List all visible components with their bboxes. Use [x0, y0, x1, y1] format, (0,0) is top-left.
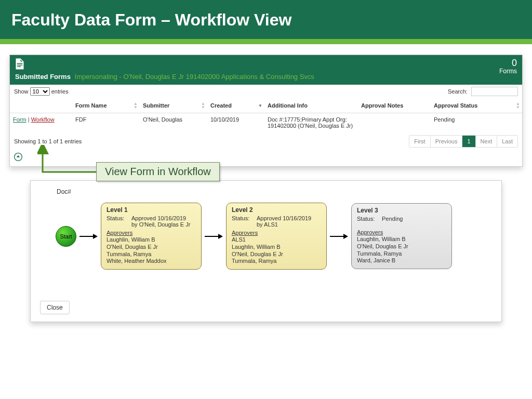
forms-count: 0 [499, 58, 517, 68]
pager-prev[interactable]: Previous [430, 136, 462, 147]
col-form-name[interactable]: Form Name▲▼ [72, 98, 140, 113]
pager-next[interactable]: Next [475, 136, 497, 147]
approvers-heading: Approvers [107, 230, 196, 236]
arrow-icon [79, 234, 98, 239]
level-1-status: Approved 10/16/2019 [131, 215, 186, 221]
pager-last[interactable]: Last [497, 136, 517, 147]
col-submitter[interactable]: Submitter▲▼ [140, 98, 207, 113]
panel-header: Submitted Forms Impersonating - O'Neil, … [10, 55, 522, 85]
forms-count-label: Forms [499, 68, 517, 75]
approver: O'Neil, Douglas E Jr [107, 244, 196, 251]
cell-form-name: FDF [72, 113, 140, 132]
table-controls: Show 10 entries Search: [10, 85, 522, 98]
search-input[interactable] [471, 87, 518, 96]
impersonating-text: Impersonating - O'Neil, Douglas E Jr 191… [75, 73, 314, 81]
col-created[interactable]: Created▼ [207, 98, 264, 113]
workflow-flow: Start Level 1 Status:Approved 10/16/2019… [56, 203, 492, 270]
approver: Tummala, Ramya [107, 251, 196, 258]
level-2-status: Approved 10/16/2019 [257, 215, 311, 221]
level-3-status: Pending [382, 216, 403, 222]
separator: | [26, 116, 31, 123]
workflow-link[interactable]: Workflow [31, 116, 55, 123]
approver: Laughlin, William B [232, 244, 321, 251]
accent-strip [0, 39, 532, 44]
show-prefix: Show [14, 88, 29, 95]
level-3-title: Level 3 [357, 207, 446, 214]
level-3-box: Level 3 Status:Pending Approvers Laughli… [351, 203, 452, 269]
callout-label: View Form in Workflow [96, 162, 220, 181]
page-title-banner: Faculty Data Form – Workflow View [0, 0, 532, 39]
page-title: Faculty Data Form – Workflow View [11, 10, 521, 30]
cell-submitter: O'Neil, Douglas [140, 113, 207, 132]
arrow-icon [205, 234, 223, 239]
start-node: Start [56, 226, 76, 247]
search-label: Search: [448, 88, 468, 95]
level-1-box: Level 1 Status:Approved 10/16/2019 by O'… [101, 203, 202, 270]
entries-select[interactable]: 10 [30, 87, 50, 96]
level-2-box: Level 2 Status:Approved 10/16/2019 by AL… [226, 203, 327, 270]
col-actions[interactable] [10, 98, 72, 113]
approver: White, Heather Maddox [107, 258, 196, 265]
form-link[interactable]: Form [13, 116, 26, 123]
arrow-icon [330, 234, 348, 239]
workflow-panel: Doc# Start Level 1 Status:Approved 10/16… [30, 180, 502, 322]
approver: ALS1 [232, 236, 321, 244]
approver: O'Neil, Douglas E Jr [232, 251, 321, 258]
showing-text: Showing 1 to 1 of 1 entries [14, 138, 82, 144]
level-1-title: Level 1 [107, 206, 196, 214]
pager-first[interactable]: First [409, 136, 430, 147]
approvers-heading: Approvers [232, 230, 321, 236]
pager: First Previous 1 Next Last [409, 135, 518, 148]
approvers-heading: Approvers [357, 229, 446, 235]
col-approval-status[interactable]: Approval Status▲▼ [431, 98, 522, 113]
approver: Laughlin, William B [107, 236, 196, 244]
doc-number-label: Doc# [57, 188, 492, 195]
cell-approval-notes [358, 113, 431, 132]
pager-page-1[interactable]: 1 [462, 136, 475, 147]
cell-approval-status: Pending [431, 113, 522, 132]
col-approval-notes[interactable]: Approval Notes [358, 98, 431, 113]
table-row: Form | Workflow FDF O'Neil, Douglas 10/1… [10, 113, 522, 132]
approver: Tummala, Ramya [357, 250, 446, 258]
forms-table: Form Name▲▼ Submitter▲▼ Created▼ Additio… [10, 98, 522, 132]
cell-addl-info: Doc #:17775;Primary Appt Org: 191402000 … [264, 113, 358, 132]
approver: Laughlin, William B [357, 236, 446, 243]
level-2-title: Level 2 [232, 206, 321, 214]
level-2-by: by ALS1 [257, 221, 321, 228]
submitted-forms-panel: Submitted Forms Impersonating - O'Neil, … [9, 55, 523, 167]
level-1-by: by O'Neil, Douglas E Jr [131, 221, 196, 228]
approver: O'Neil, Douglas E Jr [357, 243, 446, 250]
approver: Tummala, Ramya [232, 258, 321, 265]
scroll-top-button[interactable] [10, 153, 522, 166]
panel-title: Submitted Forms [15, 73, 71, 81]
close-button[interactable]: Close [40, 301, 70, 314]
document-icon [15, 58, 314, 72]
col-addl-info[interactable]: Additional Info [264, 98, 358, 113]
show-suffix: entries [51, 88, 69, 95]
cell-created: 10/10/2019 [207, 113, 264, 132]
approver: Ward, Janice B [357, 257, 446, 264]
